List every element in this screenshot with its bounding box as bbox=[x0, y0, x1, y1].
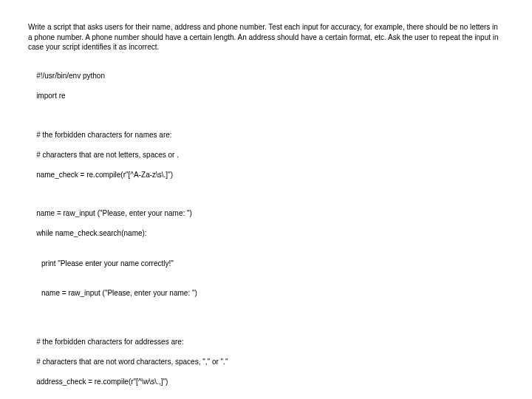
code-addr-check-block: # the forbidden characters for addresses… bbox=[28, 327, 504, 398]
name-check-line: name_check = re.compile(r"[^A-Za-z\s\.]"… bbox=[36, 171, 173, 179]
name-comment1: # the forbidden characters for names are… bbox=[36, 131, 171, 139]
name-while-line: while name_check.search(name): bbox=[36, 229, 147, 237]
import-line: import re bbox=[36, 92, 65, 100]
intro-paragraph: Write a script that asks users for their… bbox=[28, 22, 504, 52]
name-input-line: name = raw_input ("Please, enter your na… bbox=[36, 209, 192, 217]
name-comment2: # characters that are not letters, space… bbox=[36, 151, 179, 159]
name-print-line: print "Please enter your name correctly!… bbox=[28, 259, 504, 269]
addr-comment2: # characters that are not word character… bbox=[36, 358, 228, 366]
addr-comment1: # the forbidden characters for addresses… bbox=[36, 338, 184, 346]
code-shebang-block: #!/usr/bin/env python import re bbox=[28, 61, 504, 112]
document-page: Write a script that asks users for their… bbox=[0, 0, 532, 399]
name-input2-line: name = raw_input ("Please, enter your na… bbox=[28, 288, 504, 299]
shebang-line: #!/usr/bin/env python bbox=[36, 72, 105, 80]
code-name-input-block: name = raw_input ("Please, enter your na… bbox=[28, 199, 504, 318]
addr-check-line: address_check = re.compile(r"[^\w\s\.,]"… bbox=[36, 378, 168, 386]
code-name-check-block: # the forbidden characters for names are… bbox=[28, 120, 504, 190]
